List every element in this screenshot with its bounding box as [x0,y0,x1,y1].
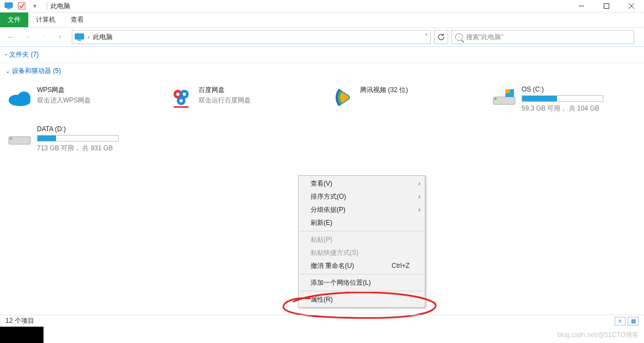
tab-file[interactable]: 文件 [0,13,28,27]
taskbar-strip: blog.csdn.net/@51CTO博客 [0,327,644,343]
search-input[interactable]: 搜索"此电脑" [451,30,634,44]
chevron-down-icon: ⌄ [5,68,10,74]
icons-view-button[interactable]: ▦ [628,317,639,326]
ctx-paste-shortcut: 粘贴快捷方式(S) [299,246,425,259]
window-controls [569,0,644,13]
item-name: 腾讯视频 (32 位) [360,85,408,95]
svg-rect-0 [5,3,13,8]
search-placeholder: 搜索"此电脑" [466,33,504,42]
tencent-video-icon [331,85,355,109]
forward-button[interactable]: → [21,30,34,44]
svg-rect-7 [75,34,84,39]
chevron-right-icon: › [418,180,420,187]
svg-point-17 [179,99,183,102]
window-title: 此电脑 [51,2,70,11]
svg-point-11 [11,96,30,106]
chevron-right-icon: › [418,193,420,200]
wps-cloud-icon [8,85,32,109]
chevron-down-icon[interactable]: ˅ [425,33,428,41]
back-button[interactable]: ← [4,30,17,44]
drive-usage-bar [37,135,119,142]
svg-rect-1 [7,8,10,9]
group-folders-label: 文件夹 (7) [9,50,39,59]
ctx-undo-rename[interactable]: 撤消 重命名(U)Ctrl+Z [299,259,425,272]
svg-point-15 [176,93,179,96]
svg-rect-8 [78,40,81,41]
item-sub: 双击进入WPS网盘 [37,96,91,105]
ctx-sort[interactable]: 排序方式(O)› [299,190,425,203]
item-sub: 59.3 GB 可用， 共 104 GB [522,104,603,113]
minimize-button[interactable] [569,0,594,13]
separator [300,274,424,274]
up-button[interactable]: ↑ [53,30,66,44]
context-menu: 查看(V)› 排序方式(O)› 分组依据(P)› 刷新(E) 粘贴(P) 粘贴快… [298,175,425,308]
item-sub: 双击运行百度网盘 [199,96,251,105]
item-tencent-video[interactable]: 腾讯视频 (32 位) [327,82,478,113]
status-bar: 12 个项目 ≡ ▦ [0,315,644,327]
svg-rect-22 [505,89,510,93]
ctx-add-network-location[interactable]: 添加一个网络位置(L) [299,276,425,289]
this-pc-icon [4,2,13,10]
ribbon-tabs: 文件 计算机 查看 [0,13,644,28]
taskbar-block [0,327,44,343]
group-devices-label: 设备和驱动器 (5) [12,66,61,76]
ctx-properties[interactable]: 属性(R) [299,293,425,306]
item-baidu[interactable]: 百度网盘 双击运行百度网盘 [166,82,317,113]
baidu-netdisk-icon [169,85,193,109]
title-bar: ▾ 此电脑 [0,0,644,13]
quick-access-toolbar: ▾ [0,2,47,10]
hotkey: Ctrl+Z [392,262,410,270]
group-header-devices[interactable]: ⌄ 设备和驱动器 (5) [0,63,644,79]
ctx-refresh[interactable]: 刷新(E) [299,216,425,229]
refresh-button[interactable] [434,30,448,44]
separator [47,2,47,10]
tab-view[interactable]: 查看 [63,13,91,27]
item-name: WPS网盘 [37,85,91,95]
navigation-bar: ← → ˅ ↑ › 此电脑 ˅ 搜索"此电脑" [0,28,644,46]
svg-rect-4 [604,4,609,9]
address-bar[interactable]: › 此电脑 ˅ [72,30,431,44]
chevron-right-icon: › [3,54,9,56]
drive-icon [492,85,516,109]
separator [300,291,424,291]
checkbox-icon[interactable] [17,2,26,10]
separator [300,231,424,231]
drive-icon [8,125,32,149]
item-name: 百度网盘 [199,85,251,95]
item-name: OS (C:) [522,85,603,93]
svg-rect-20 [494,98,497,100]
item-drive-data-d[interactable]: DATA (D:) 713 GB 可用， 共 931 GB [4,122,155,156]
view-mode-buttons: ≡ ▦ [615,317,639,326]
item-drive-os-c[interactable]: OS (C:) 59.3 GB 可用， 共 104 GB [489,82,640,117]
chevron-right-icon: › [418,206,420,213]
ctx-group[interactable]: 分组依据(P)› [299,203,425,216]
status-item-count: 12 个项目 [5,316,34,326]
item-sub: 713 GB 可用， 共 931 GB [37,144,119,153]
item-name: DATA (D:) [37,125,119,133]
svg-rect-18 [174,106,189,108]
search-icon [455,33,463,41]
breadcrumb-sep: › [88,33,90,41]
ctx-view[interactable]: 查看(V)› [299,177,425,190]
svg-point-16 [183,93,186,96]
this-pc-icon [75,33,84,41]
ctx-paste: 粘贴(P) [299,233,425,246]
breadcrumb[interactable]: 此电脑 [93,33,113,42]
drive-usage-bar [522,95,603,102]
tab-computer[interactable]: 计算机 [28,13,63,27]
maximize-button[interactable] [594,0,619,13]
details-view-button[interactable]: ≡ [615,317,626,326]
recent-locations-button[interactable]: ˅ [37,30,50,44]
svg-rect-24 [10,138,12,139]
dropdown-icon[interactable]: ▾ [30,2,39,10]
group-header-folders[interactable]: › 文件夹 (7) [0,46,644,63]
watermark: blog.csdn.net/@51CTO博客 [558,330,639,340]
items-grid: WPS网盘 双击进入WPS网盘 百度网盘 双击运行百度网盘 腾讯视频 (32 位… [0,79,644,156]
item-wps[interactable]: WPS网盘 双击进入WPS网盘 [4,82,155,113]
close-button[interactable] [619,0,644,13]
